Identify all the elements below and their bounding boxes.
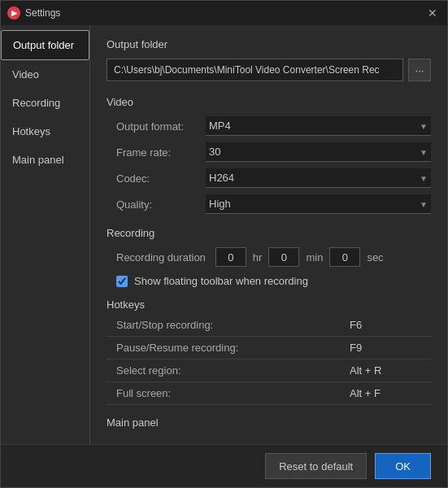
codec-select[interactable]: H264H265VP8	[206, 168, 431, 188]
hotkey-full-screen-row: Full screen: Alt + F	[107, 387, 431, 405]
content-area: Output folder Video Recording Hotkeys Ma…	[1, 25, 447, 444]
hotkey-select-region-row: Select region: Alt + R	[107, 364, 431, 382]
reset-to-default-button[interactable]: Reset to default	[265, 453, 367, 479]
main-panel-label: Main panel	[107, 416, 431, 429]
sec-unit: sec	[367, 251, 383, 264]
toolbar-checkbox-row: Show floating toolbar when recording	[107, 275, 431, 287]
recording-section-title: Recording	[107, 227, 431, 239]
hotkey-pause-resume-label: Pause/Resume recording:	[116, 342, 350, 354]
hr-unit: hr	[253, 251, 263, 264]
codec-select-wrapper: H264H265VP8 ▼	[206, 168, 431, 188]
video-section-title: Video	[107, 96, 431, 108]
title-bar-left: ▶ Settings	[7, 7, 60, 20]
sidebar: Output folder Video Recording Hotkeys Ma…	[1, 25, 90, 444]
show-toolbar-checkbox[interactable]	[116, 276, 128, 287]
title-bar: ▶ Settings ✕	[1, 1, 447, 25]
frame-rate-select-wrapper: 152024253060 ▼	[206, 142, 431, 162]
hotkey-start-stop-row: Start/Stop recording: F6	[107, 319, 431, 337]
duration-hr-input[interactable]	[215, 247, 246, 267]
settings-window: ▶ Settings ✕ Output folder Video Recordi…	[0, 0, 448, 488]
sidebar-item-output-folder[interactable]: Output folder	[1, 30, 89, 60]
duration-sec-input[interactable]	[329, 247, 360, 267]
output-folder-title: Output folder	[107, 38, 431, 50]
frame-rate-row: Frame rate: 152024253060 ▼	[107, 142, 431, 162]
hotkey-pause-resume-row: Pause/Resume recording: F9	[107, 342, 431, 359]
output-folder-section: Output folder ···	[107, 38, 431, 81]
output-path-input[interactable]	[107, 59, 403, 81]
hotkey-pause-resume-value: F9	[350, 342, 431, 354]
recording-section: Recording Recording duration hr min sec …	[107, 227, 431, 287]
quality-select-wrapper: LowMediumHighUltra ▼	[206, 194, 431, 214]
main-panel-content: Output folder ··· Video Output format: M…	[90, 25, 447, 444]
duration-label: Recording duration	[116, 251, 206, 264]
duration-row: Recording duration hr min sec	[107, 247, 431, 267]
duration-min-input[interactable]	[268, 247, 299, 267]
sidebar-item-video[interactable]: Video	[1, 60, 89, 89]
hotkey-start-stop-value: F6	[350, 319, 431, 331]
quality-row: Quality: LowMediumHighUltra ▼	[107, 194, 431, 214]
sidebar-item-hotkeys[interactable]: Hotkeys	[1, 117, 89, 146]
hotkey-start-stop-label: Start/Stop recording:	[116, 319, 350, 331]
codec-row: Codec: H264H265VP8 ▼	[107, 168, 431, 188]
output-format-row: Output format: MP4AVIMKVMOV ▼	[107, 116, 431, 136]
video-section: Video Output format: MP4AVIMKVMOV ▼ Fram…	[107, 96, 431, 214]
frame-rate-select[interactable]: 152024253060	[206, 142, 431, 162]
hotkey-select-region-label: Select region:	[116, 364, 350, 377]
sidebar-item-main-panel[interactable]: Main panel	[1, 146, 89, 174]
sidebar-item-recording[interactable]: Recording	[1, 89, 89, 117]
output-format-select-wrapper: MP4AVIMKVMOV ▼	[206, 116, 431, 136]
hotkey-full-screen-label: Full screen:	[116, 387, 350, 399]
ok-button[interactable]: OK	[375, 453, 431, 479]
output-format-select[interactable]: MP4AVIMKVMOV	[206, 116, 431, 136]
close-button[interactable]: ✕	[424, 5, 441, 21]
path-row: ···	[107, 59, 431, 81]
quality-select[interactable]: LowMediumHighUltra	[206, 194, 431, 214]
codec-label: Codec:	[116, 172, 206, 185]
frame-rate-label: Frame rate:	[116, 146, 206, 159]
window-title: Settings	[25, 7, 60, 19]
hotkeys-section-title: Hotkeys	[107, 298, 431, 311]
output-format-label: Output format:	[116, 120, 206, 133]
hotkey-full-screen-value: Alt + F	[350, 387, 431, 399]
min-unit: min	[306, 251, 323, 264]
quality-label: Quality:	[116, 198, 206, 211]
toolbar-checkbox-label: Show floating toolbar when recording	[134, 275, 308, 287]
hotkey-select-region-value: Alt + R	[350, 364, 431, 377]
hotkeys-section: Hotkeys Start/Stop recording: F6 Pause/R…	[107, 298, 431, 405]
app-icon: ▶	[7, 7, 20, 20]
browse-button[interactable]: ···	[408, 59, 431, 81]
footer: Reset to default OK	[1, 444, 447, 487]
